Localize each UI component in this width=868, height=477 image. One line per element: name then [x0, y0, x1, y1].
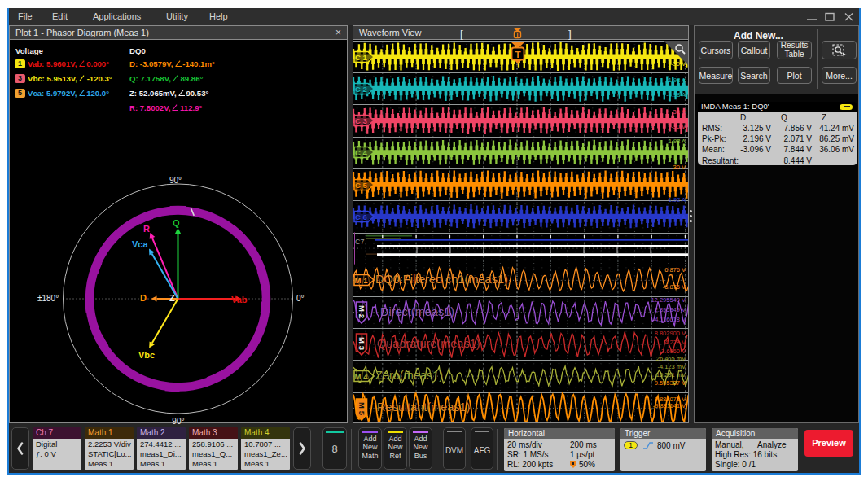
svg-text:C 2: C 2	[355, 85, 367, 94]
svg-text:T: T	[515, 31, 519, 38]
svg-text:C 6: C 6	[355, 212, 367, 221]
svg-text:C 5: C 5	[355, 181, 368, 190]
svg-text:T: T	[515, 50, 520, 59]
svg-text:M 3: M 3	[357, 337, 366, 350]
svg-text:M 1: M 1	[355, 276, 369, 285]
svg-text:C 1: C 1	[355, 53, 368, 62]
svg-text:M 5: M 5	[357, 402, 366, 416]
svg-text:M 4: M 4	[355, 372, 369, 381]
svg-text:M 2: M 2	[357, 305, 366, 318]
svg-text:C 4: C 4	[355, 148, 368, 157]
svg-text:C 3: C 3	[355, 116, 367, 125]
